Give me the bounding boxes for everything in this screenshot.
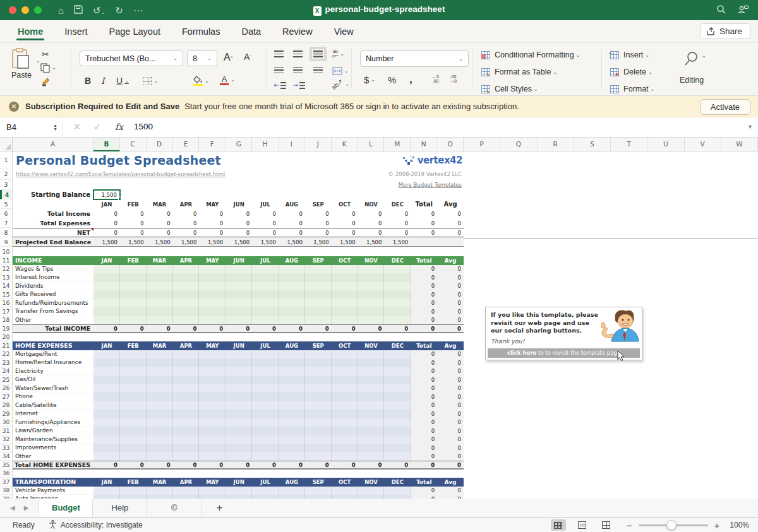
- data-cell[interactable]: [226, 444, 252, 452]
- projected-cell[interactable]: 1,500: [199, 237, 226, 247]
- decrease-font-size-button[interactable]: Aˇ: [244, 52, 251, 62]
- data-cell[interactable]: [173, 410, 200, 418]
- cancel-entry-icon[interactable]: ✕: [73, 122, 81, 132]
- data-cell[interactable]: [199, 316, 226, 325]
- orientation-button[interactable]: ab↗⌄: [331, 81, 349, 88]
- underline-button[interactable]: U⌄: [116, 76, 129, 86]
- data-cell[interactable]: [226, 435, 252, 444]
- data-cell[interactable]: [173, 452, 200, 461]
- row-header-10[interactable]: 10: [0, 247, 13, 256]
- data-cell[interactable]: [252, 265, 279, 274]
- data-cell[interactable]: [93, 401, 120, 410]
- data-cell[interactable]: [93, 375, 120, 384]
- projected-cell[interactable]: 1,500: [384, 237, 411, 247]
- data-cell[interactable]: [199, 273, 226, 282]
- data-cell[interactable]: [384, 435, 411, 444]
- data-cell[interactable]: [252, 435, 279, 444]
- data-cell[interactable]: [279, 384, 305, 393]
- data-cell[interactable]: [199, 375, 226, 384]
- decrease-indent-button[interactable]: ⇤: [274, 82, 286, 89]
- increase-font-size-button[interactable]: A^: [224, 52, 232, 63]
- data-cell[interactable]: [279, 358, 305, 367]
- data-cell[interactable]: [93, 282, 120, 291]
- column-header-V[interactable]: V: [685, 138, 721, 151]
- data-cell[interactable]: [93, 487, 120, 495]
- projected-cell[interactable]: 1,500: [173, 237, 200, 247]
- page-break-view-button[interactable]: [599, 519, 614, 531]
- summary-cell[interactable]: 0: [147, 209, 173, 218]
- data-cell[interactable]: [120, 452, 147, 461]
- data-cell[interactable]: [252, 444, 279, 452]
- name-box[interactable]: B4 ▲▼: [0, 117, 63, 137]
- data-cell[interactable]: [305, 290, 332, 299]
- data-cell[interactable]: [252, 427, 279, 435]
- column-header-E[interactable]: E: [173, 138, 200, 151]
- data-cell[interactable]: [93, 299, 120, 308]
- summary-cell[interactable]: 0: [93, 218, 120, 228]
- align-left-button[interactable]: [274, 67, 284, 74]
- row-header-30[interactable]: 30: [0, 418, 13, 427]
- data-cell[interactable]: [332, 435, 358, 444]
- projected-cell[interactable]: 1,500: [358, 237, 385, 247]
- format-as-table-button[interactable]: ✎ Format as Table⌄: [481, 68, 557, 76]
- paste-button[interactable]: [11, 48, 30, 69]
- data-cell[interactable]: [199, 487, 226, 495]
- row-header-5[interactable]: 5: [0, 199, 13, 209]
- data-cell[interactable]: [332, 273, 358, 282]
- data-cell[interactable]: [147, 265, 173, 274]
- column-header-W[interactable]: W: [721, 138, 758, 151]
- data-cell[interactable]: [147, 299, 173, 308]
- row-header-9[interactable]: 9: [0, 237, 13, 247]
- data-cell[interactable]: [358, 367, 385, 376]
- data-cell[interactable]: [173, 265, 200, 274]
- data-cell[interactable]: [120, 350, 147, 359]
- align-right-button[interactable]: [313, 67, 323, 74]
- tab-formulas[interactable]: Formulas: [182, 21, 220, 42]
- data-cell[interactable]: [199, 393, 226, 401]
- data-cell[interactable]: [384, 410, 411, 418]
- summary-cell[interactable]: 0: [147, 218, 173, 228]
- data-cell[interactable]: [173, 444, 200, 452]
- column-header-L[interactable]: L: [358, 138, 385, 151]
- data-cell[interactable]: [384, 487, 411, 495]
- data-cell[interactable]: [305, 384, 332, 393]
- summary-cell[interactable]: 0: [279, 218, 305, 228]
- data-cell[interactable]: [147, 435, 173, 444]
- data-cell[interactable]: [279, 418, 305, 427]
- currency-chevron[interactable]: ⌄: [371, 77, 375, 83]
- data-cell[interactable]: [173, 435, 200, 444]
- column-header-G[interactable]: G: [226, 138, 252, 151]
- data-cell[interactable]: [120, 401, 147, 410]
- data-cell[interactable]: [199, 265, 226, 274]
- column-header-K[interactable]: K: [332, 138, 358, 151]
- row-header-24[interactable]: 24: [0, 367, 13, 376]
- sheet-tab-help[interactable]: Help: [93, 499, 147, 517]
- editing-button[interactable]: ⌄: [683, 50, 706, 67]
- data-cell[interactable]: [93, 307, 120, 316]
- data-cell[interactable]: [384, 393, 411, 401]
- data-cell[interactable]: [199, 367, 226, 376]
- data-cell[interactable]: [358, 418, 385, 427]
- row-header-26[interactable]: 26: [0, 384, 13, 393]
- row-header-32[interactable]: 32: [0, 435, 13, 444]
- conditional-formatting-chevron[interactable]: ⌄: [576, 52, 581, 58]
- data-cell[interactable]: [279, 452, 305, 461]
- data-cell[interactable]: [305, 418, 332, 427]
- data-cell[interactable]: [226, 350, 252, 359]
- data-cell[interactable]: [199, 350, 226, 359]
- data-cell[interactable]: [226, 367, 252, 376]
- data-cell[interactable]: [332, 418, 358, 427]
- data-cell[interactable]: [147, 452, 173, 461]
- insert-cells-chevron[interactable]: ⌄: [645, 52, 649, 58]
- data-cell[interactable]: [384, 375, 411, 384]
- row-header-17[interactable]: 17: [0, 307, 13, 316]
- data-cell[interactable]: [305, 358, 332, 367]
- data-cell[interactable]: [279, 487, 305, 495]
- format-painter-button[interactable]: [42, 77, 51, 86]
- data-cell[interactable]: [147, 444, 173, 452]
- data-cell[interactable]: [279, 410, 305, 418]
- collaborators-icon[interactable]: [738, 4, 749, 16]
- data-cell[interactable]: [305, 452, 332, 461]
- data-cell[interactable]: [279, 282, 305, 291]
- data-cell[interactable]: [93, 452, 120, 461]
